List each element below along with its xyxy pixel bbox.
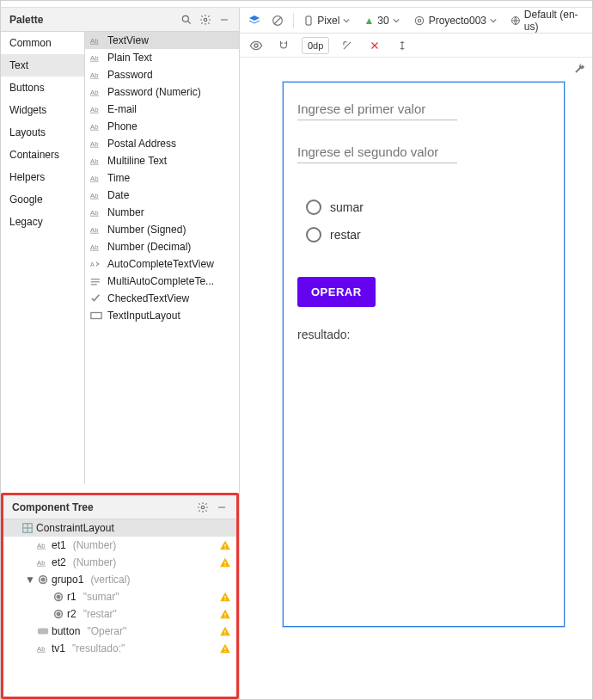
radio-sumar[interactable]: sumar	[306, 200, 550, 215]
palette-item-label: Phone	[107, 120, 138, 132]
svg-rect-56	[224, 613, 225, 616]
warning-icon[interactable]	[219, 625, 231, 637]
ab-icon: Ab	[90, 103, 102, 115]
expander-icon[interactable]: ▼	[24, 574, 36, 586]
palette-item[interactable]: AbMultiline Text	[85, 152, 239, 169]
palette-item[interactable]: AbNumber (Decimal)	[85, 238, 239, 255]
palette-item-label: MultiAutoCompleteTe...	[107, 275, 214, 287]
svg-rect-58	[38, 629, 48, 635]
multi-icon	[90, 275, 102, 287]
infer-constraints-icon[interactable]	[338, 36, 357, 55]
warning-icon[interactable]	[219, 556, 231, 568]
svg-text:Ab: Ab	[90, 71, 98, 79]
svg-text:Ab: Ab	[90, 140, 98, 148]
warning-icon[interactable]	[219, 591, 231, 603]
palette-item-label: Number (Decimal)	[107, 241, 191, 253]
tree-row-grupo1[interactable]: ▼grupo1(vertical)	[3, 571, 236, 588]
guidelines-icon[interactable]	[393, 36, 412, 55]
palette-item[interactable]: CheckedTextView	[85, 290, 239, 307]
search-icon[interactable]	[177, 10, 196, 29]
wrench-icon[interactable]	[573, 63, 585, 75]
palette-item[interactable]: AbDate	[85, 187, 239, 204]
tree-node-name: r1	[65, 591, 76, 603]
tree-row-et2[interactable]: Abet2(Number)	[3, 554, 236, 571]
svg-rect-60	[224, 634, 225, 635]
palette-item[interactable]: AbTextView	[85, 32, 239, 49]
tree-row-button[interactable]: button"Operar"	[3, 623, 236, 640]
palette-item-label: Plain Text	[107, 52, 152, 64]
palette-item[interactable]: AbPhone	[85, 118, 239, 135]
svg-rect-64	[224, 651, 225, 652]
device-selector[interactable]: Pixel	[300, 11, 353, 30]
palette-item[interactable]: AbE-mail	[85, 101, 239, 118]
svg-text:Ab: Ab	[90, 192, 98, 200]
tree-row-r1[interactable]: r1"sumar"	[3, 588, 236, 605]
design-surface-icon[interactable]	[247, 11, 263, 30]
palette-item[interactable]: AbNumber	[85, 204, 239, 221]
palette-item-label: AutoCompleteTextView	[107, 258, 214, 270]
palette-item[interactable]: AbNumber (Signed)	[85, 221, 239, 238]
operar-button[interactable]: OPERAR	[297, 277, 376, 307]
tree-row-tv1[interactable]: Abtv1"resultado:"	[3, 640, 236, 657]
palette-category-google[interactable]: Google	[1, 188, 84, 211]
palette-item-label: Date	[107, 189, 129, 201]
palette-item[interactable]: AbPlain Text	[85, 49, 239, 66]
svg-text:Ab: Ab	[90, 123, 98, 131]
minimize-icon[interactable]	[215, 10, 234, 29]
palette-category-legacy[interactable]: Legacy	[1, 211, 84, 233]
et2-field[interactable]	[297, 139, 457, 163]
tree-node-name: et2	[50, 556, 66, 568]
warning-icon[interactable]	[219, 642, 231, 654]
palette-category-helpers[interactable]: Helpers	[1, 166, 84, 188]
svg-point-2	[204, 18, 207, 21]
ab-icon: Ab	[90, 52, 102, 64]
palette-category-containers[interactable]: Containers	[1, 144, 84, 166]
palette-item[interactable]: AbPostal Address	[85, 135, 239, 152]
gear-icon[interactable]	[193, 498, 212, 517]
radio-restar[interactable]: restar	[306, 227, 550, 243]
palette-item[interactable]: AbPassword	[85, 66, 239, 83]
palette-item-label: TextView	[107, 34, 149, 46]
clear-constraints-icon[interactable]	[365, 36, 384, 55]
tree-node-name: button	[50, 625, 80, 637]
palette-category-common[interactable]: Common	[1, 32, 84, 54]
palette-item[interactable]: TextInputLayout	[85, 307, 239, 324]
magnet-icon[interactable]	[274, 36, 293, 55]
radio-label: sumar	[330, 200, 364, 214]
palette-item-label: Time	[107, 172, 130, 184]
design-canvas[interactable]: sumar restar OPERAR resultado:	[240, 58, 592, 699]
palette-item[interactable]: MultiAutoCompleteTe...	[85, 273, 239, 290]
palette-category-text[interactable]: Text	[1, 54, 84, 77]
svg-text:Ab: Ab	[90, 226, 98, 234]
palette-header: Palette	[1, 8, 239, 32]
svg-rect-42	[224, 544, 225, 547]
locale-selector[interactable]: Default (en-us)	[507, 11, 585, 30]
warning-icon[interactable]	[219, 539, 231, 551]
eye-icon[interactable]	[247, 36, 266, 55]
palette-category-widgets[interactable]: Widgets	[1, 99, 84, 121]
tree-row-constraintlayout[interactable]: ConstraintLayout	[3, 519, 236, 537]
orientation-icon[interactable]	[270, 11, 286, 30]
tree-row-r2[interactable]: r2"restar"	[3, 605, 236, 623]
et1-field[interactable]	[297, 96, 457, 120]
palette-category-layouts[interactable]: Layouts	[1, 121, 84, 144]
palette-item[interactable]: AbPassword (Numeric)	[85, 83, 239, 101]
theme-selector[interactable]: Proyecto003	[410, 11, 500, 30]
component-tree-header: Component Tree	[3, 495, 236, 519]
palette-item[interactable]: AbTime	[85, 169, 239, 187]
palette-title: Palette	[9, 14, 177, 26]
minimize-icon[interactable]	[212, 498, 231, 517]
svg-rect-47	[224, 565, 225, 566]
tree-node-hint: "resultado:"	[65, 642, 125, 654]
tree-row-et1[interactable]: Abet1(Number)	[3, 537, 236, 554]
palette-category-buttons[interactable]: Buttons	[1, 77, 84, 99]
palette-item[interactable]: AAutoCompleteTextView	[85, 255, 239, 273]
default-margin[interactable]: 0dp	[302, 37, 329, 54]
warning-icon[interactable]	[219, 608, 231, 620]
api-selector[interactable]: ▲ 30	[360, 11, 402, 30]
gear-icon[interactable]	[196, 10, 215, 29]
palette-items: AbTextViewAbPlain TextAbPasswordAbPasswo…	[85, 32, 239, 484]
svg-rect-52	[224, 596, 225, 599]
tree-node-hint: (vertical)	[83, 574, 130, 586]
palette-item-label: Password (Numeric)	[107, 86, 201, 98]
